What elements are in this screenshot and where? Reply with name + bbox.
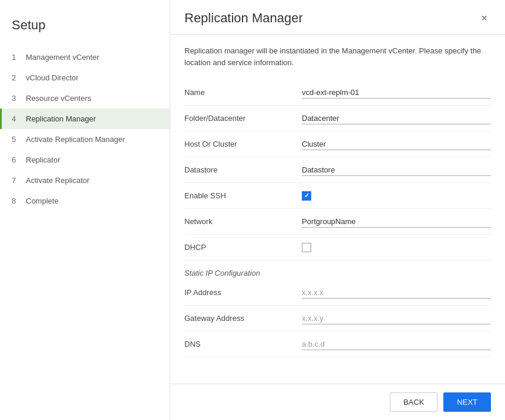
form-label: DNS bbox=[184, 340, 302, 348]
form-label: DHCP bbox=[184, 243, 302, 252]
step-num: 7 bbox=[12, 176, 20, 185]
step-num: 2 bbox=[12, 73, 20, 82]
description: Replication manager will be instantiated… bbox=[184, 45, 490, 68]
step-num: 3 bbox=[12, 94, 20, 103]
form-input-gateway-address[interactable] bbox=[302, 313, 491, 324]
sidebar-item-resource-vcenters[interactable]: 3Resource vCenters bbox=[0, 88, 170, 109]
sidebar-item-vcloud-director[interactable]: 2vCloud Director bbox=[0, 67, 170, 88]
sidebar-item-replication-manager[interactable]: 4Replication Manager bbox=[0, 109, 170, 129]
form-label: Datastore bbox=[184, 165, 302, 174]
form-row: DHCP bbox=[184, 235, 491, 260]
form-value bbox=[302, 243, 491, 252]
sidebar-item-complete[interactable]: 8Complete bbox=[0, 191, 170, 211]
step-label: Complete bbox=[26, 197, 59, 205]
close-button[interactable]: × bbox=[477, 12, 491, 25]
step-label: Activate Replicator bbox=[26, 176, 89, 185]
form-row: DNS bbox=[184, 331, 491, 357]
form-value bbox=[302, 287, 491, 299]
sidebar-nav: 1Management vCenter2vCloud Director3Reso… bbox=[0, 47, 170, 211]
next-button[interactable]: NEXT bbox=[443, 392, 491, 412]
form-label: Host Or Cluster bbox=[184, 140, 302, 148]
form-value bbox=[302, 216, 491, 228]
step-label: Resource vCenters bbox=[26, 94, 91, 103]
form-input-ip-address[interactable] bbox=[302, 287, 491, 299]
form-input-dns[interactable] bbox=[302, 338, 491, 350]
step-label: Management vCenter bbox=[26, 53, 99, 62]
form-row: Host Or Cluster bbox=[184, 131, 491, 157]
main-body: Replication manager will be instantiated… bbox=[170, 35, 505, 384]
form-value bbox=[302, 138, 491, 150]
form-row: Name bbox=[184, 80, 491, 106]
main-title: Replication Manager bbox=[184, 11, 303, 26]
step-label: vCloud Director bbox=[26, 73, 79, 82]
checkbox-empty[interactable] bbox=[302, 243, 311, 252]
form-value bbox=[302, 87, 491, 99]
form-label: IP Address bbox=[184, 288, 302, 297]
form-row: Gateway Address bbox=[184, 306, 491, 331]
step-num: 1 bbox=[12, 53, 20, 62]
form-row: Folder/Datacenter bbox=[184, 106, 491, 131]
form-input-folder/datacenter[interactable] bbox=[302, 113, 491, 124]
footer: BACK NEXT bbox=[170, 384, 505, 420]
form-input-name[interactable] bbox=[302, 87, 491, 99]
sidebar-item-activate-replication-manager[interactable]: 5Activate Replication Manager bbox=[0, 129, 170, 150]
sidebar: Setup 1Management vCenter2vCloud Directo… bbox=[0, 0, 170, 420]
form-input-host-or-cluster[interactable] bbox=[302, 138, 491, 150]
step-num: 8 bbox=[12, 197, 20, 205]
sidebar-title: Setup bbox=[0, 12, 170, 47]
checkbox-checked[interactable] bbox=[302, 191, 311, 201]
step-num: 4 bbox=[12, 114, 20, 123]
static-fields-container: IP AddressGateway AddressDNS bbox=[184, 280, 491, 357]
sidebar-item-replicator[interactable]: 6Replicator bbox=[0, 150, 170, 170]
form-label: Name bbox=[184, 88, 302, 97]
form-value bbox=[302, 338, 491, 350]
step-num: 5 bbox=[12, 135, 20, 144]
form-label: Gateway Address bbox=[184, 314, 302, 323]
fields-container: NameFolder/DatacenterHost Or ClusterData… bbox=[184, 80, 491, 260]
form-value bbox=[302, 191, 491, 201]
step-label: Replication Manager bbox=[26, 114, 96, 123]
form-label: Enable SSH bbox=[184, 191, 302, 200]
step-label: Replicator bbox=[26, 155, 60, 164]
step-num: 6 bbox=[12, 155, 20, 164]
form-input-network[interactable] bbox=[302, 216, 491, 228]
form-input-datastore[interactable] bbox=[302, 164, 491, 176]
form-row: Network bbox=[184, 209, 491, 235]
form-row: Datastore bbox=[184, 157, 491, 183]
form-label: Network bbox=[184, 217, 302, 226]
sidebar-item-activate-replicator[interactable]: 7Activate Replicator bbox=[0, 170, 170, 191]
main-panel: Replication Manager × Replication manage… bbox=[170, 0, 505, 420]
setup-window: Setup 1Management vCenter2vCloud Directo… bbox=[0, 0, 505, 420]
main-header: Replication Manager × bbox=[170, 0, 505, 35]
static-ip-section-header: Static IP Configuration bbox=[184, 260, 491, 280]
sidebar-item-management-vcenter[interactable]: 1Management vCenter bbox=[0, 47, 170, 67]
step-label: Activate Replication Manager bbox=[26, 135, 125, 144]
form-label: Folder/Datacenter bbox=[184, 114, 302, 123]
form-row: Enable SSH bbox=[184, 183, 491, 209]
form-value bbox=[302, 113, 491, 124]
form-value bbox=[302, 313, 491, 324]
back-button[interactable]: BACK bbox=[390, 392, 437, 412]
form-value bbox=[302, 164, 491, 176]
form-row: IP Address bbox=[184, 280, 491, 306]
